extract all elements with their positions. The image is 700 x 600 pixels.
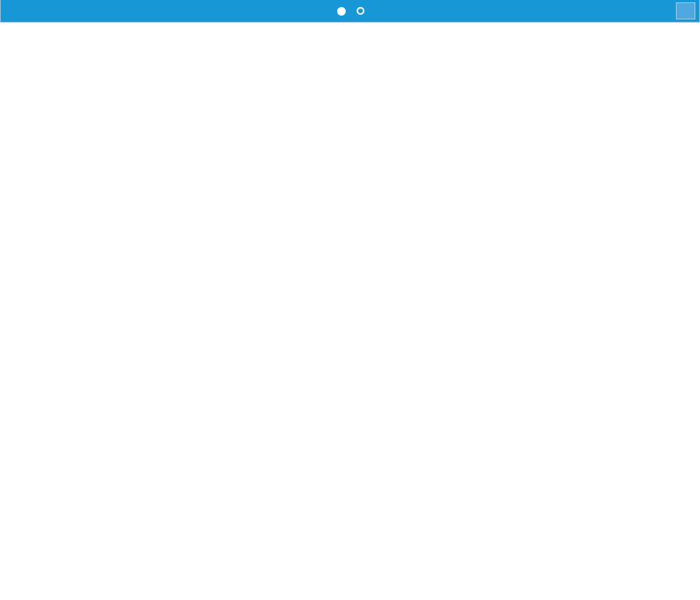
close-icon[interactable] <box>676 2 695 19</box>
layout-radio-group <box>336 7 368 16</box>
recent-matches-dialog <box>0 0 700 23</box>
dialog-titlebar <box>1 0 699 22</box>
radio-horizontal-icon[interactable] <box>357 7 364 15</box>
radio-vertical-icon[interactable] <box>337 7 346 16</box>
